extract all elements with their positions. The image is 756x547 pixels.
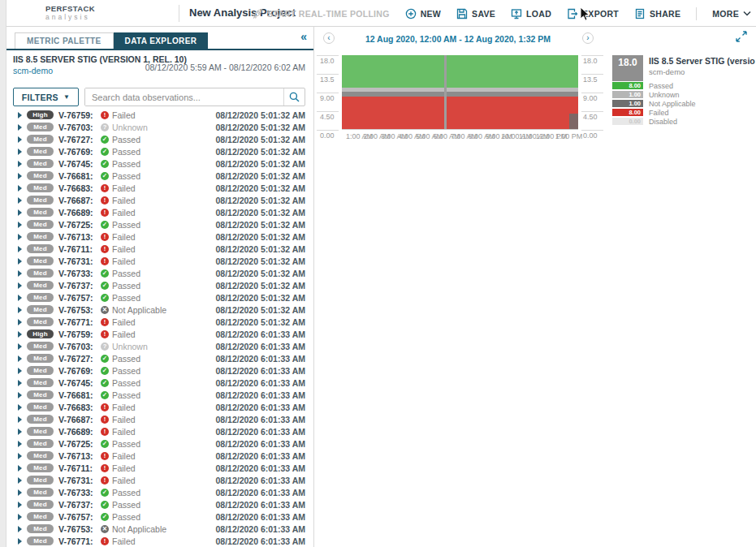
observation-row[interactable]: Med V-76689: Failed 08/12/2020 5:01:32 A…: [6, 206, 313, 218]
caret-right-icon[interactable]: [18, 343, 22, 350]
caret-right-icon[interactable]: [18, 404, 22, 411]
observation-row[interactable]: Med V-76731: Failed 08/12/2020 5:01:32 A…: [6, 255, 313, 267]
caret-right-icon[interactable]: [18, 368, 22, 374]
observation-row[interactable]: Med V-76703: Unknown 08/12/2020 6:01:33 …: [6, 340, 313, 352]
expand-icon[interactable]: [736, 31, 747, 45]
chevron-double-left-icon[interactable]: «: [300, 30, 307, 43]
observation-row[interactable]: Med V-76771: Failed 08/12/2020 5:01:32 A…: [6, 316, 313, 328]
caret-right-icon[interactable]: [18, 270, 22, 277]
caret-right-icon[interactable]: [18, 161, 22, 167]
observation-row[interactable]: Med V-76737: Passed 08/12/2020 5:01:32 A…: [6, 279, 313, 291]
caret-right-icon[interactable]: [18, 197, 22, 204]
legend-total-value: 18.0: [612, 55, 643, 81]
legend-item[interactable]: 1.00 Not Applicable: [612, 100, 696, 107]
caret-right-icon[interactable]: [18, 136, 22, 143]
observation-row[interactable]: Med V-76725: Passed 08/12/2020 6:01:33 A…: [6, 437, 313, 450]
caret-right-icon[interactable]: [18, 246, 22, 252]
new-button[interactable]: NEW: [405, 8, 441, 19]
caret-right-icon[interactable]: [18, 112, 22, 118]
observation-row[interactable]: Med V-76681: Passed 08/12/2020 6:01:33 A…: [6, 389, 313, 401]
filters-button[interactable]: FILTERS ▼: [13, 88, 79, 106]
observation-row[interactable]: Med V-76711: Failed 08/12/2020 5:01:32 A…: [6, 243, 313, 255]
caret-right-icon[interactable]: [18, 502, 22, 508]
caret-right-icon[interactable]: [18, 429, 22, 435]
observation-row[interactable]: Med V-76769: Passed 08/12/2020 6:01:33 A…: [6, 364, 313, 377]
observation-row[interactable]: Med V-76753: Not Applicable 08/12/2020 6…: [6, 523, 313, 535]
observation-row[interactable]: Med V-76711: Failed 08/12/2020 6:01:33 A…: [6, 462, 313, 474]
load-button[interactable]: LOAD: [511, 8, 551, 19]
observation-row[interactable]: Med V-76745: Passed 08/12/2020 6:01:33 A…: [6, 377, 313, 389]
observation-row[interactable]: Med V-76757: Passed 08/12/2020 5:01:32 A…: [6, 291, 313, 304]
observation-row[interactable]: Med V-76681: Passed 08/12/2020 5:01:32 A…: [6, 170, 313, 182]
more-button[interactable]: MORE: [712, 9, 751, 19]
metric-subtitle[interactable]: scm-demo: [13, 66, 53, 75]
caret-right-icon[interactable]: [18, 307, 22, 313]
caret-right-icon[interactable]: [18, 258, 22, 265]
chevron-left-circle-icon[interactable]: ‹: [323, 32, 335, 44]
caret-right-icon[interactable]: [18, 416, 22, 423]
caret-right-icon[interactable]: [18, 514, 22, 520]
caret-right-icon[interactable]: [18, 282, 22, 289]
observation-row[interactable]: Med V-76683: Failed 08/12/2020 5:01:32 A…: [6, 182, 313, 194]
observation-row[interactable]: Med V-76687: Failed 08/12/2020 6:01:33 A…: [6, 413, 313, 425]
observation-row[interactable]: Med V-76713: Failed 08/12/2020 5:01:32 A…: [6, 230, 313, 243]
caret-right-icon[interactable]: [18, 319, 22, 325]
caret-right-icon[interactable]: [18, 222, 22, 228]
observation-row[interactable]: Med V-76737: Passed 08/12/2020 6:01:33 A…: [6, 498, 313, 510]
observation-row[interactable]: Med V-76745: Passed 08/12/2020 5:01:32 A…: [6, 157, 313, 170]
start-polling-button[interactable]: START REAL-TIME POLLING: [252, 8, 390, 19]
search-icon[interactable]: [283, 88, 305, 106]
observation-row[interactable]: Med V-76727: Passed 08/12/2020 6:01:33 A…: [6, 352, 313, 364]
legend-item[interactable]: 1.00 Unknown: [612, 91, 696, 98]
caret-right-icon[interactable]: [18, 124, 22, 131]
observation-row[interactable]: Med V-76757: Passed 08/12/2020 6:01:33 A…: [6, 510, 313, 523]
caret-right-icon[interactable]: [18, 331, 22, 338]
caret-right-icon[interactable]: [18, 173, 22, 179]
observation-row[interactable]: Med V-76753: Not Applicable 08/12/2020 5…: [6, 304, 313, 316]
observation-row[interactable]: Med V-76733: Passed 08/12/2020 6:01:33 A…: [6, 486, 313, 498]
observation-row[interactable]: Med V-76727: Passed 08/12/2020 5:01:32 A…: [6, 133, 313, 145]
observation-row[interactable]: Med V-76689: Failed 08/12/2020 6:01:33 A…: [6, 425, 313, 437]
observation-row[interactable]: Med V-76731: Failed 08/12/2020 6:01:33 A…: [6, 474, 313, 486]
caret-right-icon[interactable]: [18, 392, 22, 398]
caret-right-icon[interactable]: [18, 355, 22, 362]
caret-right-icon[interactable]: [18, 465, 22, 472]
finding-id: V-76711:: [58, 244, 101, 254]
caret-right-icon[interactable]: [18, 453, 22, 459]
chart-plot[interactable]: [342, 55, 578, 130]
observation-timestamp: 08/12/2020 5:01:32 AM: [215, 159, 305, 169]
export-button[interactable]: EXPORT: [567, 8, 619, 19]
caret-right-icon[interactable]: [18, 149, 22, 155]
observation-row[interactable]: Med V-76769: Passed 08/12/2020 5:01:32 A…: [6, 145, 313, 157]
observation-row[interactable]: Med V-76703: Unknown 08/12/2020 5:01:32 …: [6, 121, 313, 133]
tab-data-explorer[interactable]: DATA EXPLORER: [114, 32, 209, 49]
caret-right-icon[interactable]: [18, 441, 22, 447]
time-marker-line[interactable]: [444, 55, 447, 129]
observation-row[interactable]: Med V-76687: Failed 08/12/2020 5:01:32 A…: [6, 194, 313, 206]
caret-right-icon[interactable]: [18, 234, 22, 240]
caret-right-icon[interactable]: [18, 477, 22, 484]
observation-row[interactable]: Med V-76725: Passed 08/12/2020 5:01:32 A…: [6, 218, 313, 230]
search-input[interactable]: [85, 88, 283, 106]
chevron-right-circle-icon[interactable]: ›: [582, 32, 594, 44]
save-button[interactable]: SAVE: [456, 8, 495, 19]
share-button[interactable]: SHARE: [634, 8, 680, 19]
collapsed-nav-strip[interactable]: [0, 0, 6, 547]
observation-row[interactable]: High V-76759: Failed 08/12/2020 5:01:32 …: [6, 109, 313, 121]
legend-item[interactable]: 8.00 Failed: [612, 109, 696, 116]
legend-item[interactable]: 0.00 Disabled: [612, 118, 696, 125]
caret-right-icon[interactable]: [18, 295, 22, 301]
observation-row[interactable]: Med V-76683: Failed 08/12/2020 6:01:33 A…: [6, 401, 313, 413]
observation-row[interactable]: Med V-76733: Passed 08/12/2020 5:01:32 A…: [6, 267, 313, 279]
observation-row[interactable]: Med V-76713: Failed 08/12/2020 6:01:33 A…: [6, 450, 313, 462]
caret-right-icon[interactable]: [18, 380, 22, 386]
observation-row[interactable]: Med V-76771: Failed 08/12/2020 6:01:33 A…: [6, 535, 313, 547]
caret-right-icon[interactable]: [18, 209, 22, 216]
caret-right-icon[interactable]: [18, 185, 22, 192]
tab-metric-palette[interactable]: METRIC PALETTE: [15, 32, 114, 49]
caret-right-icon[interactable]: [18, 538, 22, 545]
legend-item[interactable]: 8.00 Passed: [612, 82, 696, 89]
caret-right-icon[interactable]: [18, 526, 22, 532]
caret-right-icon[interactable]: [18, 489, 22, 496]
observation-row[interactable]: High V-76759: Failed 08/12/2020 6:01:33 …: [6, 328, 313, 340]
